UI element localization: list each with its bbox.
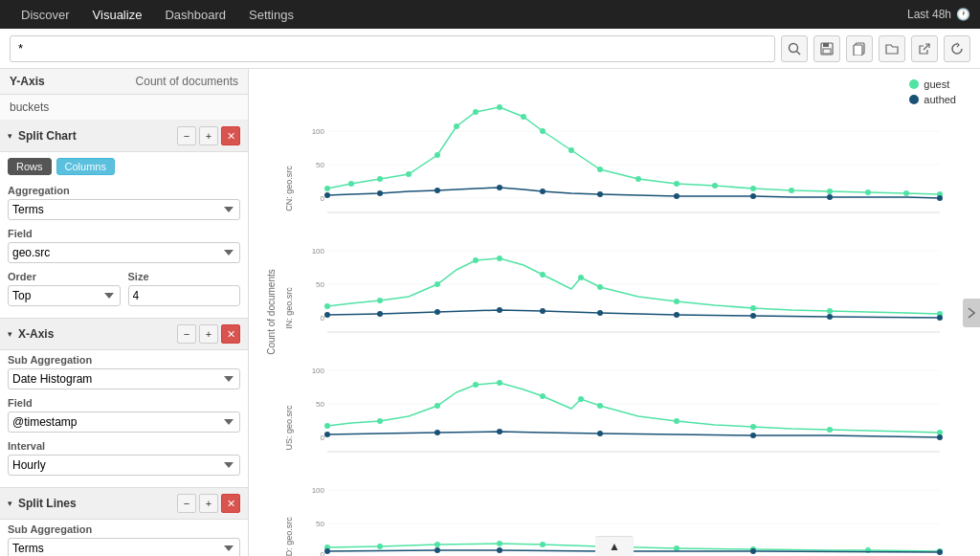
rows-cols-toggle: Rows Columns xyxy=(0,152,248,181)
x-axis-plus[interactable]: + xyxy=(199,324,218,344)
x-axis-caret[interactable]: ▾ xyxy=(8,329,12,339)
svg-point-100 xyxy=(750,433,756,438)
split-chart-header: ▾ Split Chart − + ✕ xyxy=(0,121,248,152)
split-lines-block: ▾ Split Lines − + ✕ Sub Aggregation Term… xyxy=(0,488,248,556)
svg-point-112 xyxy=(540,542,546,547)
svg-point-44 xyxy=(540,189,546,194)
y-axis-header: Y-Axis Count of documents xyxy=(0,69,248,95)
rows-button[interactable]: Rows xyxy=(8,158,52,175)
svg-text:100: 100 xyxy=(312,247,325,256)
svg-point-70 xyxy=(434,309,440,315)
clock-icon: 🕐 xyxy=(956,8,970,21)
svg-rect-4 xyxy=(823,49,831,54)
save-button[interactable] xyxy=(813,35,840,62)
field-select-src[interactable]: geo.src xyxy=(8,242,240,263)
svg-point-31 xyxy=(635,176,641,182)
svg-point-85 xyxy=(377,418,383,424)
chart-area: guest authed Count of documents CN: geo.… xyxy=(249,69,980,556)
svg-point-20 xyxy=(348,181,354,187)
svg-text:100: 100 xyxy=(312,486,325,495)
svg-point-57 xyxy=(377,298,383,303)
size-input[interactable] xyxy=(128,285,241,306)
svg-point-40 xyxy=(324,192,330,198)
left-panel: Y-Axis Count of documents buckets ▾ Spli… xyxy=(0,69,249,556)
aggregation-select[interactable]: Terms xyxy=(8,199,240,220)
svg-point-76 xyxy=(827,314,833,320)
folder-button[interactable] xyxy=(879,35,905,62)
legend-dot-guest xyxy=(909,79,919,89)
svg-text:IN: geo.src: IN: geo.src xyxy=(284,287,294,329)
svg-point-90 xyxy=(578,396,584,402)
sub-agg-select[interactable]: Date Histogram xyxy=(8,368,240,389)
svg-line-7 xyxy=(924,44,929,50)
svg-point-84 xyxy=(324,423,330,429)
legend-authed: authed xyxy=(909,94,956,105)
chart-legend: guest authed xyxy=(909,78,956,105)
svg-point-119 xyxy=(434,547,440,553)
legend-guest: guest xyxy=(909,78,956,90)
svg-text:50: 50 xyxy=(316,400,324,409)
split-lines-minus[interactable]: − xyxy=(177,494,196,513)
svg-point-46 xyxy=(674,193,679,199)
split-chart-delete[interactable]: ✕ xyxy=(221,126,240,145)
legend-dot-authed xyxy=(909,95,919,104)
svg-point-27 xyxy=(521,114,526,120)
split-chart-title: Split Chart xyxy=(18,129,77,143)
search-input[interactable] xyxy=(10,35,775,62)
svg-point-23 xyxy=(434,152,440,158)
copy-button[interactable] xyxy=(846,35,873,62)
x-axis-header: ▾ X-Axis − + ✕ xyxy=(0,319,248,350)
split-chart-caret[interactable]: ▾ xyxy=(8,131,12,141)
x-axis-delete[interactable]: ✕ xyxy=(221,324,240,344)
svg-point-118 xyxy=(324,548,330,554)
svg-point-88 xyxy=(497,380,502,386)
interval-select[interactable]: Hourly xyxy=(8,455,240,476)
split-lines-sub-agg-row: Sub Aggregation Terms xyxy=(0,520,248,556)
svg-point-33 xyxy=(712,183,718,189)
svg-point-111 xyxy=(497,541,502,546)
svg-point-72 xyxy=(540,308,546,314)
svg-point-25 xyxy=(473,109,479,115)
nav-visualize[interactable]: Visualize xyxy=(81,0,154,29)
svg-point-110 xyxy=(434,542,440,547)
svg-point-29 xyxy=(568,147,574,153)
x-axis-minus[interactable]: − xyxy=(177,324,196,344)
legend-label-authed: authed xyxy=(924,94,956,105)
svg-point-93 xyxy=(750,424,756,430)
svg-point-97 xyxy=(434,430,440,435)
search-button[interactable] xyxy=(781,35,808,62)
nav-discover[interactable]: Discover xyxy=(10,0,81,29)
svg-point-63 xyxy=(597,284,603,290)
main-area: Y-Axis Count of documents buckets ▾ Spli… xyxy=(0,69,980,556)
bottom-caret[interactable]: ▲ xyxy=(595,536,634,556)
nav-dashboard[interactable]: Dashboard xyxy=(153,0,237,29)
svg-point-42 xyxy=(434,188,440,193)
split-lines-header: ▾ Split Lines − + ✕ xyxy=(0,488,248,520)
svg-text:Count of documents: Count of documents xyxy=(266,269,277,355)
svg-point-45 xyxy=(597,191,603,197)
split-lines-sub-agg-select[interactable]: Terms xyxy=(8,538,240,556)
split-chart-plus[interactable]: + xyxy=(199,126,218,145)
split-lines-delete[interactable]: ✕ xyxy=(221,494,240,513)
svg-point-101 xyxy=(937,434,943,440)
columns-button[interactable]: Columns xyxy=(56,158,115,175)
svg-point-43 xyxy=(497,185,502,190)
split-chart-minus[interactable]: − xyxy=(177,126,196,145)
svg-point-65 xyxy=(750,305,756,311)
split-lines-plus[interactable]: + xyxy=(199,494,218,513)
svg-point-0 xyxy=(790,43,798,52)
svg-point-69 xyxy=(377,311,383,317)
refresh-button[interactable] xyxy=(944,35,970,62)
svg-text:0: 0 xyxy=(321,434,325,442)
share-button[interactable] xyxy=(911,35,938,62)
field-select-timestamp[interactable]: @timestamp xyxy=(8,411,240,433)
size-col: Size xyxy=(128,271,241,306)
svg-text:0: 0 xyxy=(321,550,325,556)
svg-point-62 xyxy=(578,275,584,280)
svg-text:0: 0 xyxy=(321,194,325,203)
nav-settings[interactable]: Settings xyxy=(237,0,305,29)
order-select[interactable]: Top xyxy=(8,285,121,306)
panel-toggle-button[interactable] xyxy=(963,299,980,327)
svg-point-92 xyxy=(674,418,679,424)
split-lines-caret[interactable]: ▾ xyxy=(8,499,12,508)
